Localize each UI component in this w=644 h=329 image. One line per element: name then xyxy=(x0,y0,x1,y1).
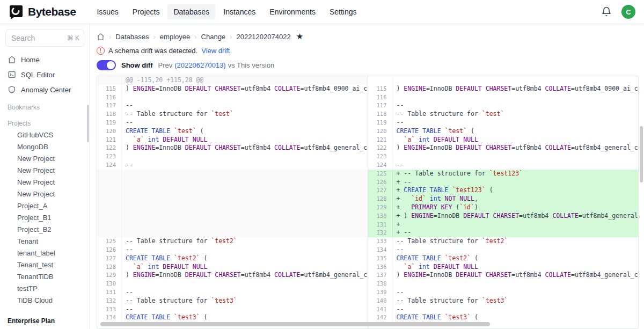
diff-row: 134CREATE TABLE `test3` ( xyxy=(97,313,368,322)
prev-version-link[interactable]: (202206270013) xyxy=(174,61,225,69)
diff-row: 117-- xyxy=(97,101,368,110)
diff-row: 126+ -- xyxy=(368,178,639,187)
diff-row: 141-- xyxy=(368,305,639,314)
diff-row: 132-- Table structure for `test3` xyxy=(97,297,368,305)
project-item-tenant[interactable]: Tenant xyxy=(0,236,90,247)
diff-row: 116 xyxy=(368,93,639,102)
diff-row xyxy=(97,195,368,203)
bytebase-logo[interactable]: Bytebase xyxy=(9,4,76,19)
project-item-project-b1[interactable]: Project_B1 xyxy=(0,212,90,224)
project-item-project-b2[interactable]: Project_B2 xyxy=(0,224,90,236)
alert-text: A schema drift was detected. xyxy=(108,47,197,55)
home-icon[interactable] xyxy=(97,33,105,41)
diff-row: 125-- Table structure for `test2` xyxy=(97,237,368,246)
project-item-new-project[interactable]: New Project xyxy=(0,165,90,177)
sidebar-item-home[interactable]: Home xyxy=(0,52,90,67)
project-item-tenant-label[interactable]: tenant_label xyxy=(0,247,90,259)
project-item-testtp[interactable]: testTP xyxy=(0,283,90,295)
app-window: Bytebase IssuesProjectsDatabasesInstance… xyxy=(0,0,644,329)
show-diff-toggle[interactable] xyxy=(97,60,116,70)
diff-row: 116 xyxy=(97,93,368,102)
nav-settings[interactable]: Settings xyxy=(324,4,363,19)
diff-row: 127CREATE TABLE `test2` ( xyxy=(97,254,368,263)
search-input[interactable] xyxy=(10,33,64,43)
brand-name: Bytebase xyxy=(28,5,76,18)
breadcrumb-employee[interactable]: employee xyxy=(160,33,190,41)
nav-databases[interactable]: Databases xyxy=(167,4,215,19)
main-content: ›Databases›employee›Change›2022120207402… xyxy=(90,24,644,329)
diff-row: 130+ ) ENGINE=InnoDB DEFAULT CHARSET=utf… xyxy=(368,212,639,221)
user-avatar[interactable]: C xyxy=(621,5,635,19)
diff-row: 136 `a` int DEFAULT NULL xyxy=(368,263,639,272)
nav-projects[interactable]: Projects xyxy=(127,4,166,19)
star-icon[interactable]: ★ xyxy=(296,32,303,41)
toggle-knob xyxy=(107,61,115,69)
breadcrumb-databases[interactable]: Databases xyxy=(115,33,149,41)
schema-drift-alert: ! A schema drift was detected. View drif… xyxy=(97,47,639,55)
diff-row: 126-- xyxy=(97,246,368,254)
nav-issues[interactable]: Issues xyxy=(91,4,124,19)
diff-toolbar: Show diff Prev (202206270013) vs This ve… xyxy=(97,60,639,70)
diff-row: 132+ -- xyxy=(368,229,639,237)
diff-row: 119-- xyxy=(97,119,368,127)
nav-instances[interactable]: Instances xyxy=(217,4,261,19)
breadcrumb-separator: › xyxy=(230,33,232,41)
diff-row: 133-- xyxy=(97,305,368,314)
diff-pane-right: 115) ENGINE=InnoDB DEFAULT CHARSET=utf8m… xyxy=(368,76,639,328)
breadcrumb-items: ›Databases›employee›Change›2022120207402… xyxy=(109,33,291,41)
main-nav: IssuesProjectsDatabasesInstancesEnvironm… xyxy=(91,4,362,19)
show-diff-label: Show diff xyxy=(121,61,153,69)
view-drift-link[interactable]: View drift xyxy=(201,47,230,55)
sidebar: ⌘ K Home SQL Editor Anomaly Center xyxy=(0,24,90,329)
project-item-tenant-test[interactable]: Tenant_test xyxy=(0,259,90,271)
project-item-githubvcs[interactable]: GitHubVCS xyxy=(0,129,90,141)
project-item-project-a[interactable]: Project_A xyxy=(0,200,90,212)
search-shortcut: ⌘ K xyxy=(67,34,79,42)
diff-row xyxy=(97,170,368,178)
project-list: GitHubVCSMongoDBNew ProjectNew ProjectNe… xyxy=(0,129,90,306)
diff-row: 128 `a` int DEFAULT NULL xyxy=(97,263,368,272)
diff-row: 123 xyxy=(368,152,639,161)
plan-badge: Enterprise Plan xyxy=(0,313,90,329)
diff-row xyxy=(97,186,368,195)
diff-row: 122) ENGINE=InnoDB DEFAULT CHARSET=utf8m… xyxy=(97,144,368,152)
diff-row: 120CREATE TABLE `test` ( xyxy=(97,127,368,136)
diff-row: 118-- Table structure for `test` xyxy=(368,110,639,119)
nav-environments[interactable]: Environments xyxy=(264,4,321,19)
diff-row: 129) ENGINE=InnoDB DEFAULT CHARSET=utf8m… xyxy=(97,271,368,280)
notification-bell-icon[interactable] xyxy=(601,6,612,17)
sidebar-item-sql-editor[interactable]: SQL Editor xyxy=(0,67,90,82)
diff-row: 119-- xyxy=(368,119,639,127)
diff-row xyxy=(97,221,368,229)
project-item-tidb-cloud[interactable]: TiDB Cloud xyxy=(0,295,90,306)
projects-section-label: Projects xyxy=(0,113,90,129)
diff-row: 125+ -- Table structure for `test123` xyxy=(368,170,639,178)
breadcrumb-separator: › xyxy=(153,33,156,41)
breadcrumb-separator: › xyxy=(109,33,111,41)
breadcrumb-20221202074022[interactable]: 20221202074022 xyxy=(236,33,290,41)
sidebar-item-anomaly-center[interactable]: Anomaly Center xyxy=(0,82,90,97)
horizontal-scrollbar[interactable] xyxy=(100,322,490,326)
project-item-mongodb[interactable]: MongoDB xyxy=(0,141,90,153)
diff-row xyxy=(97,178,368,187)
project-item-tenanttidb[interactable]: TenantTiDB xyxy=(0,271,90,283)
sidebar-scrollbar[interactable] xyxy=(87,105,89,142)
top-navbar: Bytebase IssuesProjectsDatabasesInstance… xyxy=(0,0,644,24)
project-item-new-project[interactable]: New Project xyxy=(0,153,90,165)
bookmarks-section-label: Bookmarks xyxy=(0,97,90,113)
breadcrumb-change[interactable]: Change xyxy=(201,33,226,41)
page-scrollbar[interactable] xyxy=(640,126,643,182)
alert-error-icon: ! xyxy=(97,47,105,55)
diff-row: 138 xyxy=(368,280,639,288)
diff-row: 115) ENGINE=InnoDB DEFAULT CHARSET=utf8m… xyxy=(97,85,368,93)
diff-row: 124-- xyxy=(97,161,368,170)
search-box[interactable]: ⌘ K xyxy=(5,30,84,47)
diff-row: 123 xyxy=(97,152,368,161)
diff-row: 135CREATE TABLE `test2` ( xyxy=(368,254,639,263)
diff-row: 124-- xyxy=(368,161,639,170)
bytebase-logo-icon xyxy=(9,4,24,19)
project-item-new-project[interactable]: New Project xyxy=(0,188,90,200)
project-item-new-project[interactable]: New Project xyxy=(0,177,90,188)
diff-row xyxy=(97,229,368,237)
diff-row xyxy=(97,212,368,221)
